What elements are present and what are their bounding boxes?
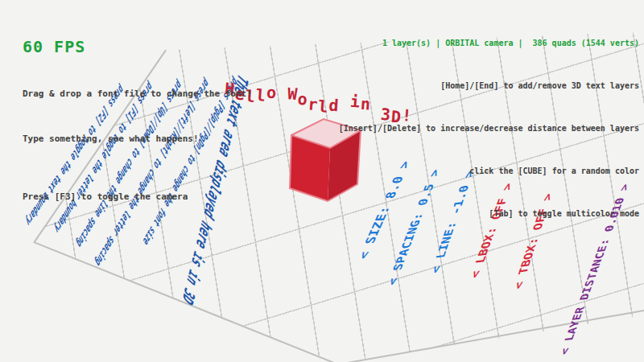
fps-counter: 60 FPS — [23, 37, 252, 56]
hud-right: 1 layer(s) | ORBITAL camera | 386 quads … — [339, 6, 639, 250]
app-window: The text area displayed here is in 3D pr… — [0, 0, 644, 362]
hint-cube-random-color: click the [CUBE] for a random color — [339, 165, 639, 177]
hint-multicolor-mode: [Tab] to toggle multicolor mode — [339, 208, 639, 220]
hint-type-something: Type something, see what happens! — [23, 132, 252, 146]
hint-drag-drop-font: Drag & drop a font file to change the fo… — [23, 87, 252, 101]
status-bar: 1 layer(s) | ORBITAL camera | 386 quads … — [339, 37, 639, 49]
hud-left: 60 FPS Drag & drop a font file to change… — [23, 6, 252, 235]
hint-add-remove-layers: [Home]/[End] to add/remove 3D text layer… — [339, 80, 639, 92]
hint-layer-distance: [Insert]/[Delete] to increase/decrease d… — [339, 122, 639, 134]
hint-toggle-camera: Press [F3] to toggle the camera — [23, 190, 252, 204]
